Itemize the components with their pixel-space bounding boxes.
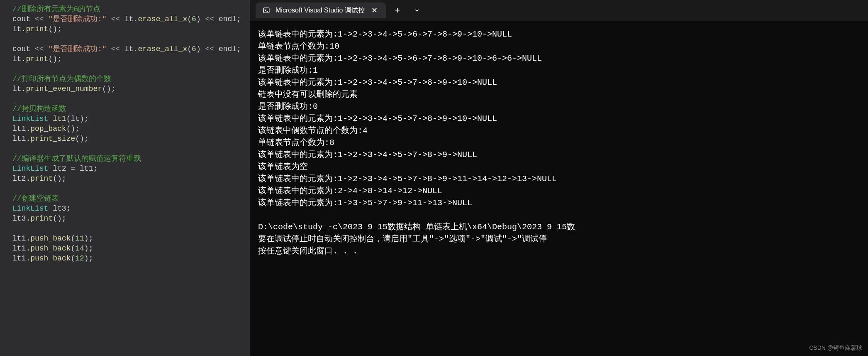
code-line: lt.print(); — [12, 24, 237, 34]
terminal-icon — [262, 6, 271, 15]
tab-dropdown-button[interactable] — [409, 3, 425, 18]
terminal-output[interactable]: 该单链表中的元素为:1->2->3->4->5->6->7->8->9->10-… — [250, 21, 868, 356]
code-line: LinkList lt2 = lt1; — [12, 164, 237, 174]
code-line: //创建空链表 — [12, 194, 237, 204]
code-line — [12, 184, 237, 194]
watermark: CSDN @鳄鱼麻薯球 — [809, 344, 862, 352]
code-line — [12, 144, 237, 154]
code-line: LinkList lt3; — [12, 204, 237, 214]
code-line: lt2.print(); — [12, 174, 237, 184]
code-line: //打印所有节点为偶数的个数 — [12, 74, 237, 84]
code-line: lt.print(); — [12, 54, 237, 64]
close-icon[interactable]: ✕ — [370, 6, 379, 15]
code-line: LinkList lt1(lt); — [12, 114, 237, 124]
code-line: lt3.print(); — [12, 214, 237, 223]
code-editor[interactable]: //删除所有元素为6的节点cout << "是否删除成功:" << lt.era… — [0, 0, 250, 356]
code-line — [12, 94, 237, 104]
code-line: lt1.push_back(14); — [12, 243, 237, 253]
terminal-tab[interactable]: Microsoft Visual Studio 调试控 ✕ — [256, 2, 386, 18]
terminal-pane: Microsoft Visual Studio 调试控 ✕ + 该单链表中的元素… — [250, 0, 868, 356]
code-line: cout << "是否删除成功:" << lt.erase_all_x(6) <… — [12, 14, 237, 24]
code-line: lt.print_even_number(); — [12, 84, 237, 94]
code-line: lt1.print_size(); — [12, 134, 237, 144]
code-line: cout << "是否删除成功:" << lt.erase_all_x(6) <… — [12, 44, 237, 54]
code-line: //删除所有元素为6的节点 — [12, 4, 237, 14]
code-line — [12, 34, 237, 44]
code-line — [12, 64, 237, 74]
code-line: lt1.push_back(11); — [12, 233, 237, 243]
code-line: //编译器生成了默认的赋值运算符重载 — [12, 154, 237, 164]
code-line: //拷贝构造函数 — [12, 104, 237, 114]
terminal-tab-bar: Microsoft Visual Studio 调试控 ✕ + — [250, 0, 868, 21]
code-line — [12, 223, 237, 233]
code-line: lt1.push_back(12); — [12, 253, 237, 263]
svg-rect-0 — [263, 8, 269, 13]
new-tab-button[interactable]: + — [390, 3, 405, 18]
tab-title: Microsoft Visual Studio 调试控 — [276, 6, 365, 15]
code-line: lt1.pop_back(); — [12, 124, 237, 134]
